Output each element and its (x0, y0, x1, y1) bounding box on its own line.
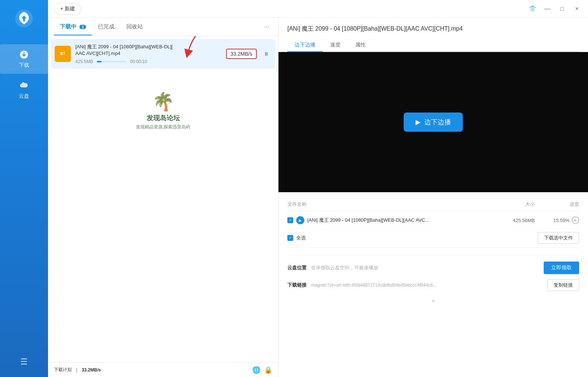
detail-title: [ANi] 魔王 2099 - 04 [1080P][Baha][WEB-DL]… (287, 25, 579, 33)
sidebar-cloud-label: 云盘 (19, 93, 29, 100)
shirt-icon[interactable]: 👕 (527, 4, 538, 14)
file-row: ▶ [ANi] 魔王 2099 - 04 [1080P][Baha][WEB-D… (287, 212, 579, 228)
left-panel: 下载中 1 已完成 回收站 ··· BT (48, 18, 278, 377)
tabs-bar: 下载中 1 已完成 回收站 ··· (48, 18, 278, 36)
progress-bar (97, 61, 126, 62)
play-icon: ▶ (416, 118, 421, 126)
file-checkbox[interactable] (287, 217, 293, 223)
select-all-checkbox[interactable] (287, 235, 293, 241)
sidebar-download-label: 下载 (19, 62, 29, 69)
download-list: BT [ANi] 魔王 2099 - 04 [1080P][Baha][WEB-… (48, 36, 278, 362)
restore-button[interactable]: □ (557, 4, 567, 14)
link-section: 下载链接 magnet:?xt=urn:btih:85fd48871713cdb… (287, 279, 579, 291)
select-all-row: 全选 下载选中文件 (287, 228, 579, 248)
sidebar-nav: 下载 云盘 (0, 44, 48, 105)
status-icons: 🌐 🔒 (252, 366, 272, 374)
file-play-circle-icon[interactable]: ▶ (572, 217, 579, 224)
sidebar-item-cloud[interactable]: 云盘 (0, 75, 48, 105)
file-play-icon[interactable]: ▶ (296, 216, 304, 224)
status-speed: 33.2MB/s (82, 367, 101, 373)
downloading-badge: 1 (79, 25, 86, 29)
watermark: 🌴 发现岛论坛 发现精品资源,探索迅雷岛屿 (136, 91, 190, 130)
copy-link-button[interactable]: 复制链接 (547, 279, 579, 291)
cloud-hint: 登录领取云盘空间，可极速播放 (311, 264, 378, 271)
download-selected-button[interactable]: 下载选中文件 (538, 232, 579, 244)
watermark-title: 发现岛论坛 (147, 114, 180, 122)
pause-button[interactable]: ⏸ (262, 49, 271, 58)
elapsed-time: 00:00:10 (130, 59, 147, 64)
right-panel: [ANi] 魔王 2099 - 04 [1080P][Baha][WEB-DL]… (278, 18, 588, 377)
tab-downloading[interactable]: 下载中 1 (54, 18, 92, 35)
link-label: 下载链接 (287, 282, 307, 288)
header-progress-col: 进度 (535, 201, 579, 208)
status-plan-label: 下载计划 (54, 367, 72, 373)
tab-completed[interactable]: 已完成 (92, 18, 120, 35)
file-list-header: 文件名称 大小 进度 (287, 198, 579, 211)
download-progress-row: 425.5MB 00:00:10 (75, 59, 271, 64)
titlebar: + 新建 👕 — □ × (48, 0, 588, 18)
speed-badge: 33.2MB/s (226, 49, 257, 59)
detail-tab-speed[interactable]: 速度 (323, 39, 348, 51)
sidebar: 下载 云盘 ☰ (0, 0, 48, 377)
file-progress-col: 15.59% ▶ (535, 217, 579, 224)
new-button[interactable]: + 新建 (54, 3, 81, 15)
detail-tab-properties[interactable]: 属性 (348, 39, 373, 51)
status-bar: 下载计划 | 33.2MB/s 🌐 🔒 (48, 362, 278, 377)
sidebar-bottom: ☰ (17, 354, 31, 370)
file-size-col: 425.56MB (490, 218, 535, 223)
link-value: magnet:?xt=urn:btih:85fd48871713cdbfbd59… (311, 283, 543, 288)
watermark-area: 🌴 发现岛论坛 发现精品资源,探索迅雷岛屿 (51, 70, 275, 144)
app-logo (13, 7, 35, 30)
download-icon (19, 49, 29, 60)
play-stream-button[interactable]: ▶ 边下边播 (404, 113, 463, 132)
close-button[interactable]: × (572, 4, 582, 14)
file-list-section: 文件名称 大小 进度 ▶ [ANi] 魔王 2099 - 04 [1080P][… (287, 198, 579, 248)
ie-icon[interactable]: 🌐 (252, 366, 260, 374)
menu-icon[interactable]: ☰ (17, 354, 31, 370)
chevron-down-icon[interactable]: ⌄ (287, 295, 579, 304)
window-controls: 👕 — □ × (527, 4, 582, 14)
file-name-col: ▶ [ANi] 魔王 2099 - 04 [1080P][Baha][WEB-D… (287, 216, 490, 224)
lock-icon[interactable]: 🔒 (264, 366, 272, 374)
detail-tab-stream[interactable]: 边下边播 (287, 39, 323, 51)
header-size-col: 大小 (490, 201, 535, 208)
tab-recycle[interactable]: 回收站 (120, 18, 149, 35)
watermark-icon: 🌴 (152, 91, 174, 112)
content-split: 下载中 1 已完成 回收站 ··· BT (48, 18, 588, 377)
video-preview: ▶ 边下边播 (278, 52, 588, 192)
cloud-icon (19, 80, 29, 91)
sidebar-item-download[interactable]: 下载 (0, 44, 48, 74)
download-item[interactable]: BT [ANi] 魔王 2099 - 04 [1080P][Baha][WEB-… (51, 39, 275, 69)
cloud-section: 云盘位置 登录领取云盘空间，可极速播放 立即领取 (287, 255, 579, 274)
claim-button[interactable]: 立即领取 (544, 262, 579, 274)
file-type-icon: BT (55, 46, 71, 62)
select-all-label: 全选 (296, 235, 306, 241)
cloud-label: 云盘位置 (287, 264, 307, 271)
status-separator: | (76, 367, 77, 373)
file-size: 425.5MB (75, 59, 93, 64)
detail-tabs: 边下边播 速度 属性 (287, 39, 579, 52)
header-name-col: 文件名称 (287, 201, 490, 208)
minimize-button[interactable]: — (542, 4, 553, 14)
tabs-more-icon[interactable]: ··· (261, 21, 272, 32)
watermark-subtitle: 发现精品资源,探索迅雷岛屿 (136, 124, 190, 130)
progress-fill (97, 61, 101, 62)
main-area: + 新建 👕 — □ × 下载中 1 已完成 回收站 (48, 0, 588, 377)
